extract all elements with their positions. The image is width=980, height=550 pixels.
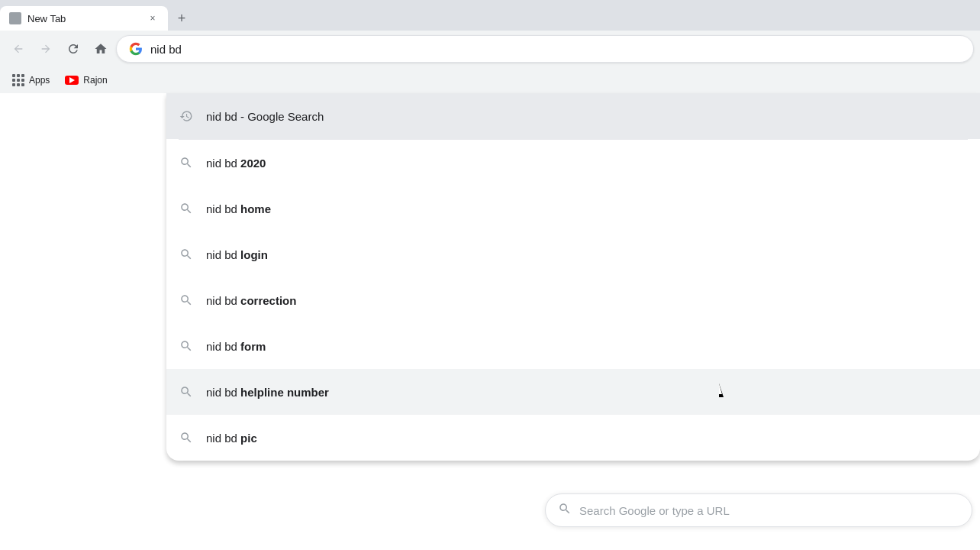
autocomplete-item-1[interactable]: nid bd 2020: [166, 140, 980, 186]
forward-icon: [40, 43, 52, 55]
address-bar[interactable]: [116, 35, 974, 63]
history-icon: [179, 108, 194, 124]
address-input[interactable]: [150, 43, 961, 56]
toolbar: [0, 31, 980, 67]
bookmark-rajon[interactable]: Rajon: [59, 72, 113, 89]
tab-bar: New Tab × +: [0, 0, 980, 31]
search-suggestion-icon-2: [179, 201, 194, 216]
back-button[interactable]: [6, 37, 31, 61]
tab-close-button[interactable]: ×: [147, 12, 159, 24]
tab-favicon: [9, 12, 21, 24]
new-tab-search-bar[interactable]: Search Google or type a URL: [545, 493, 972, 527]
reload-button[interactable]: [61, 37, 85, 61]
autocomplete-item-3[interactable]: nid bd login: [166, 231, 980, 277]
autocomplete-item-text-0: nid bd - Google Search: [206, 110, 968, 123]
reload-icon: [66, 42, 80, 56]
home-button[interactable]: [89, 37, 113, 61]
autocomplete-item-text-6: nid bd helpline number: [206, 386, 968, 399]
autocomplete-item-text-1: nid bd 2020: [206, 157, 968, 170]
bookmark-apps[interactable]: Apps: [6, 71, 56, 89]
search-suggestion-icon-6: [179, 384, 194, 400]
autocomplete-item-text-3: nid bd login: [206, 248, 968, 261]
bookmark-rajon-label: Rajon: [83, 75, 107, 86]
autocomplete-item-history[interactable]: nid bd - Google Search: [166, 93, 980, 139]
apps-grid-icon: [12, 74, 24, 86]
home-icon: [94, 42, 108, 56]
search-suggestion-icon-5: [179, 338, 194, 354]
browser-chrome: New Tab × +: [0, 0, 980, 93]
forward-button[interactable]: [34, 37, 58, 61]
autocomplete-item-text-7: nid bd pic: [206, 432, 968, 445]
back-icon: [12, 43, 24, 55]
autocomplete-item-text-4: nid bd correction: [206, 294, 968, 307]
tab-title: New Tab: [27, 13, 140, 24]
youtube-icon: [65, 76, 79, 85]
bookmarks-bar: Apps Rajon: [0, 67, 980, 93]
autocomplete-item-7[interactable]: nid bd pic: [166, 415, 980, 461]
search-suggestion-icon-1: [179, 155, 194, 170]
google-logo: [129, 42, 143, 56]
autocomplete-dropdown: nid bd - Google Search nid bd 2020 nid b…: [166, 93, 980, 461]
new-tab-button[interactable]: +: [171, 8, 192, 29]
autocomplete-item-6[interactable]: nid bd helpline number: [166, 369, 980, 415]
autocomplete-item-2[interactable]: nid bd home: [166, 186, 980, 231]
active-tab[interactable]: New Tab ×: [0, 6, 168, 31]
search-icon: [558, 502, 572, 519]
autocomplete-item-5[interactable]: nid bd form: [166, 323, 980, 369]
search-suggestion-icon-3: [179, 247, 194, 262]
bookmark-apps-label: Apps: [29, 75, 50, 86]
search-suggestion-icon-7: [179, 430, 194, 445]
new-tab-search-placeholder: Search Google or type a URL: [579, 504, 730, 517]
autocomplete-item-text-2: nid bd home: [206, 202, 968, 215]
search-suggestion-icon-4: [179, 293, 194, 308]
autocomplete-item-text-5: nid bd form: [206, 340, 968, 353]
autocomplete-item-4[interactable]: nid bd correction: [166, 277, 980, 323]
